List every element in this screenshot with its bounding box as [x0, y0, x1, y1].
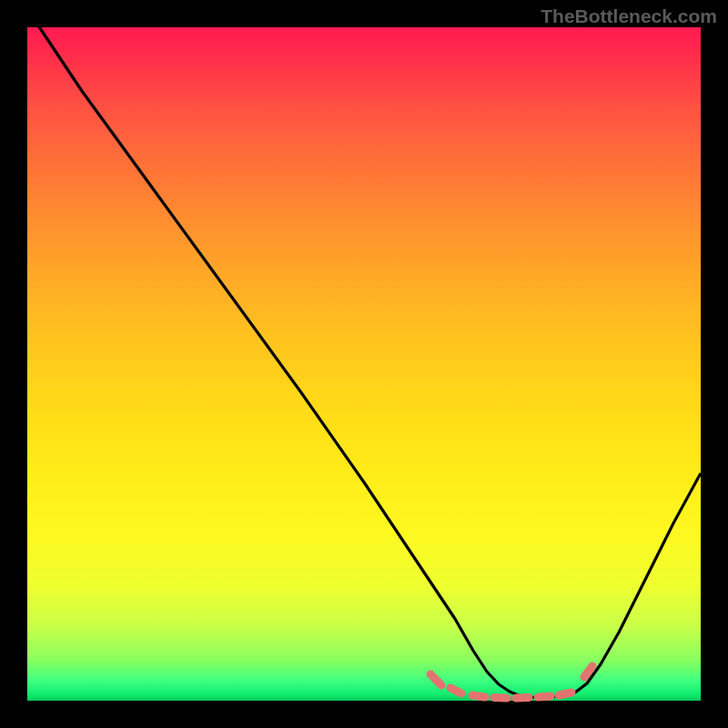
marker-dash	[538, 696, 551, 697]
marker-dash	[559, 693, 571, 695]
watermark-text: TheBottleneck.com	[541, 5, 717, 27]
marker-dash	[472, 695, 485, 697]
marker-dash	[430, 674, 441, 685]
marker-dash	[450, 688, 461, 693]
bottleneck-curve	[36, 23, 701, 698]
plot-area	[27, 27, 701, 701]
curve-svg	[27, 27, 701, 701]
marker-dash	[516, 698, 529, 699]
chart-container: TheBottleneck.com	[0, 0, 728, 728]
marker-dash	[494, 698, 507, 699]
